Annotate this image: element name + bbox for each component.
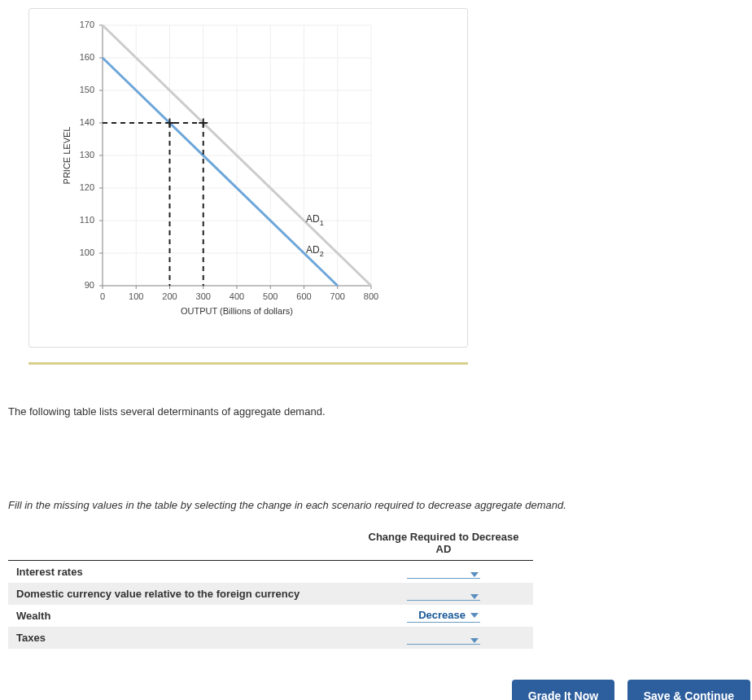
determinants-table: Change Required to Decrease AD Interest … [8, 526, 533, 649]
y-tick: 160 [80, 52, 94, 62]
x-tick: 600 [296, 291, 311, 301]
dropdown-wealth[interactable]: Decrease [407, 609, 480, 623]
x-tick: 200 [162, 291, 177, 301]
table-row: Taxes [8, 627, 533, 649]
table-row: Domestic currency value relative to the … [8, 583, 533, 605]
chart-panel: 0 100 200 300 400 500 600 700 800 90 100… [28, 8, 468, 348]
y-tick: 170 [80, 20, 94, 29]
series-ad2 [103, 58, 338, 286]
row-label: Interest rates [8, 561, 354, 584]
grade-button[interactable]: Grade It Now [512, 680, 614, 700]
intro-text: The following table lists several determ… [8, 405, 744, 418]
instruction-text: Fill in the missing values in the table … [8, 499, 744, 511]
table-header-blank [8, 526, 354, 561]
row-label: Wealth [8, 605, 354, 627]
button-row: Grade It Now Save & Continue [8, 680, 750, 700]
chevron-down-icon [470, 572, 479, 577]
divider [28, 362, 468, 365]
y-tick: 110 [80, 215, 94, 225]
row-label: Domestic currency value relative to the … [8, 583, 354, 605]
y-tick: 130 [80, 150, 94, 160]
chevron-down-icon [470, 613, 479, 618]
row-label: Taxes [8, 627, 354, 649]
x-axis-label: OUTPUT (Billions of dollars) [181, 306, 293, 316]
x-tick: 100 [129, 291, 143, 301]
save-continue-button[interactable]: Save & Continue [627, 680, 750, 700]
y-tick: 100 [80, 247, 94, 257]
dropdown-interest-rates[interactable] [407, 572, 480, 579]
x-tick: 400 [230, 291, 244, 301]
table-row: Interest rates [8, 561, 533, 584]
y-tick: 150 [80, 85, 94, 94]
y-tick: 90 [85, 280, 94, 290]
series-label-ad2: AD2 [306, 244, 324, 258]
y-tick: 120 [80, 182, 94, 192]
y-axis-label: PRICE LEVEL [62, 127, 72, 185]
y-tick: 140 [80, 117, 94, 127]
table-header-change: Change Required to Decrease AD [354, 526, 533, 561]
x-tick: 500 [263, 291, 278, 301]
table-row: Wealth Decrease [8, 605, 533, 627]
x-tick: 700 [330, 291, 345, 301]
dropdown-currency-value[interactable] [407, 594, 480, 601]
x-tick: 300 [196, 291, 211, 301]
chevron-down-icon [470, 638, 479, 643]
chart-wrap: 0 100 200 300 400 500 600 700 800 90 100… [46, 17, 453, 330]
chart-svg: 0 100 200 300 400 500 600 700 800 90 100… [46, 17, 453, 330]
dropdown-taxes[interactable] [407, 638, 480, 645]
chevron-down-icon [470, 594, 479, 599]
dropdown-value: Decrease [418, 609, 466, 621]
x-tick: 800 [364, 291, 378, 301]
x-tick: 0 [100, 291, 105, 301]
